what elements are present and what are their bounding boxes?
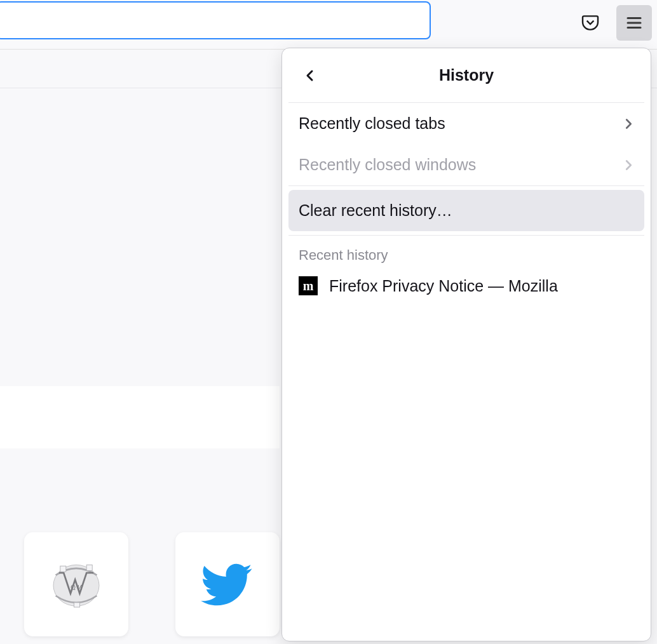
twitter-icon: [201, 558, 254, 611]
history-entry-title: Firefox Privacy Notice — Mozilla: [329, 277, 558, 295]
hamburger-icon: [625, 13, 644, 32]
recent-history-label: Recent history: [282, 236, 651, 269]
row-label: Recently closed windows: [299, 156, 476, 174]
chevron-right-icon: [621, 158, 635, 172]
topsite-card: [175, 532, 280, 636]
row-label: Recently closed tabs: [299, 114, 445, 133]
row-label: Clear recent history…: [299, 201, 452, 219]
pocket-button[interactable]: [574, 7, 606, 39]
panel-section: Recently closed tabs Recently closed win…: [282, 103, 651, 185]
mozilla-favicon: m: [299, 276, 318, 295]
toolbar-right-group: [574, 5, 652, 41]
clear-recent-history-button[interactable]: Clear recent history…: [288, 190, 644, 231]
svg-rect-5: [60, 566, 66, 572]
history-entry[interactable]: m Firefox Privacy Notice — Mozilla: [282, 269, 651, 303]
history-panel: History Recently closed tabs Recently cl…: [281, 48, 651, 641]
svg-rect-6: [86, 565, 92, 570]
wikipedia-icon: Ω И: [48, 556, 105, 613]
chevron-left-icon: [302, 68, 318, 83]
svg-text:Ω И: Ω И: [71, 584, 83, 591]
browser-toolbar: [0, 0, 657, 50]
recently-closed-windows-row: Recently closed windows: [282, 144, 651, 185]
topsite-card: Ω И: [24, 532, 128, 636]
topsites-row: Ω И Wikipedia Twitter: [24, 532, 280, 644]
panel-back-button[interactable]: [297, 63, 323, 88]
svg-rect-7: [74, 603, 79, 607]
panel-header: History: [288, 48, 644, 103]
app-menu-button[interactable]: [616, 5, 652, 41]
recently-closed-tabs-row[interactable]: Recently closed tabs: [282, 103, 651, 144]
panel-title: History: [439, 66, 494, 84]
pocket-icon: [580, 13, 600, 33]
address-bar[interactable]: [0, 1, 431, 39]
search-strip: [0, 386, 280, 448]
topsite-twitter[interactable]: Twitter: [175, 532, 280, 644]
chevron-right-icon: [621, 117, 635, 131]
topsite-wikipedia[interactable]: Ω И Wikipedia: [24, 532, 128, 644]
separator: [288, 185, 644, 186]
